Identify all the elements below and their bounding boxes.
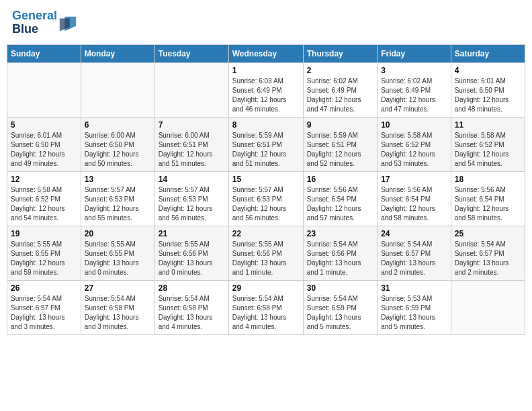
week-row-2: 5Sunrise: 6:01 AMSunset: 6:50 PMDaylight… (7, 117, 525, 171)
calendar-cell: 24Sunrise: 5:54 AMSunset: 6:57 PMDayligh… (378, 226, 451, 280)
day-info: Sunrise: 5:53 AMSunset: 6:59 PMDaylight:… (381, 294, 447, 332)
day-number: 20 (85, 229, 151, 238)
day-info: Sunrise: 5:57 AMSunset: 6:53 PMDaylight:… (85, 185, 151, 223)
week-row-4: 19Sunrise: 5:55 AMSunset: 6:55 PMDayligh… (7, 226, 525, 280)
calendar-cell: 3Sunrise: 6:02 AMSunset: 6:49 PMDaylight… (378, 62, 451, 117)
calendar-cell: 19Sunrise: 5:55 AMSunset: 6:55 PMDayligh… (7, 226, 81, 280)
calendar-cell: 6Sunrise: 6:00 AMSunset: 6:50 PMDaylight… (81, 117, 154, 171)
day-number: 25 (455, 229, 521, 238)
calendar-cell: 11Sunrise: 5:58 AMSunset: 6:52 PMDayligh… (451, 117, 525, 171)
logo-icon (58, 13, 77, 32)
day-info: Sunrise: 5:57 AMSunset: 6:53 PMDaylight:… (159, 185, 225, 223)
day-number: 3 (381, 66, 447, 75)
weekday-header-wednesday: Wednesday (228, 44, 303, 62)
calendar-cell: 30Sunrise: 5:54 AMSunset: 6:59 PMDayligh… (303, 280, 377, 334)
day-info: Sunrise: 5:58 AMSunset: 6:52 PMDaylight:… (381, 131, 447, 169)
calendar-cell: 8Sunrise: 5:59 AMSunset: 6:51 PMDaylight… (228, 117, 303, 171)
calendar-cell: 25Sunrise: 5:54 AMSunset: 6:57 PMDayligh… (451, 226, 525, 280)
weekday-header-sunday: Sunday (7, 44, 81, 62)
calendar-cell: 2Sunrise: 6:02 AMSunset: 6:49 PMDaylight… (303, 62, 377, 117)
calendar-cell: 4Sunrise: 6:01 AMSunset: 6:50 PMDaylight… (451, 62, 525, 117)
calendar-cell: 15Sunrise: 5:57 AMSunset: 6:53 PMDayligh… (228, 171, 303, 226)
day-info: Sunrise: 5:55 AMSunset: 6:56 PMDaylight:… (232, 240, 300, 277)
day-number: 15 (232, 175, 300, 184)
day-info: Sunrise: 5:59 AMSunset: 6:51 PMDaylight:… (232, 131, 300, 169)
day-number: 27 (85, 283, 151, 293)
calendar-cell: 7Sunrise: 6:00 AMSunset: 6:51 PMDaylight… (154, 117, 228, 171)
calendar-cell: 29Sunrise: 5:54 AMSunset: 6:58 PMDayligh… (228, 280, 303, 334)
day-number: 21 (159, 229, 225, 238)
calendar-cell (451, 280, 525, 334)
day-number: 31 (381, 283, 447, 293)
calendar-cell: 18Sunrise: 5:56 AMSunset: 6:54 PMDayligh… (451, 171, 525, 226)
calendar-cell: 9Sunrise: 5:59 AMSunset: 6:51 PMDaylight… (303, 117, 377, 171)
day-number: 17 (381, 175, 447, 184)
day-number: 13 (85, 175, 151, 184)
day-number: 28 (159, 283, 225, 293)
day-number: 14 (159, 175, 225, 184)
week-row-3: 12Sunrise: 5:58 AMSunset: 6:52 PMDayligh… (7, 171, 525, 226)
weekday-header-row: SundayMondayTuesdayWednesdayThursdayFrid… (7, 44, 525, 62)
day-info: Sunrise: 6:00 AMSunset: 6:51 PMDaylight:… (159, 131, 225, 169)
header: GeneralBlue (7, 7, 525, 39)
day-info: Sunrise: 5:54 AMSunset: 6:59 PMDaylight:… (307, 294, 373, 332)
day-info: Sunrise: 5:58 AMSunset: 6:52 PMDaylight:… (455, 131, 521, 169)
day-info: Sunrise: 5:54 AMSunset: 6:57 PMDaylight:… (11, 294, 77, 332)
day-number: 23 (307, 229, 373, 238)
day-info: Sunrise: 5:56 AMSunset: 6:54 PMDaylight:… (381, 185, 447, 223)
calendar-cell: 27Sunrise: 5:54 AMSunset: 6:58 PMDayligh… (81, 280, 154, 334)
day-info: Sunrise: 5:54 AMSunset: 6:57 PMDaylight:… (381, 240, 447, 277)
weekday-header-friday: Friday (378, 44, 451, 62)
calendar-cell: 26Sunrise: 5:54 AMSunset: 6:57 PMDayligh… (7, 280, 81, 334)
weekday-header-tuesday: Tuesday (154, 44, 228, 62)
day-number: 9 (307, 120, 373, 130)
day-info: Sunrise: 6:00 AMSunset: 6:50 PMDaylight:… (85, 131, 151, 169)
calendar-cell: 21Sunrise: 5:55 AMSunset: 6:56 PMDayligh… (154, 226, 228, 280)
calendar-cell: 22Sunrise: 5:55 AMSunset: 6:56 PMDayligh… (228, 226, 303, 280)
day-number: 30 (307, 283, 373, 293)
calendar-cell (81, 62, 154, 117)
calendar-cell: 31Sunrise: 5:53 AMSunset: 6:59 PMDayligh… (378, 280, 451, 334)
day-number: 5 (11, 120, 77, 130)
calendar-cell: 1Sunrise: 6:03 AMSunset: 6:49 PMDaylight… (228, 62, 303, 117)
day-info: Sunrise: 5:56 AMSunset: 6:54 PMDaylight:… (455, 185, 521, 223)
day-info: Sunrise: 6:03 AMSunset: 6:49 PMDaylight:… (232, 77, 300, 114)
day-info: Sunrise: 5:56 AMSunset: 6:54 PMDaylight:… (307, 185, 373, 223)
day-number: 26 (11, 283, 77, 293)
calendar-cell (7, 62, 81, 117)
calendar-cell (154, 62, 228, 117)
day-number: 12 (11, 175, 77, 184)
day-info: Sunrise: 5:57 AMSunset: 6:53 PMDaylight:… (232, 185, 300, 223)
calendar-cell: 12Sunrise: 5:58 AMSunset: 6:52 PMDayligh… (7, 171, 81, 226)
day-number: 24 (381, 229, 447, 238)
day-info: Sunrise: 5:54 AMSunset: 6:58 PMDaylight:… (232, 294, 300, 332)
day-number: 29 (232, 283, 300, 293)
day-info: Sunrise: 6:01 AMSunset: 6:50 PMDaylight:… (455, 77, 521, 114)
day-info: Sunrise: 6:02 AMSunset: 6:49 PMDaylight:… (307, 77, 373, 114)
day-info: Sunrise: 6:01 AMSunset: 6:50 PMDaylight:… (11, 131, 77, 169)
day-info: Sunrise: 6:02 AMSunset: 6:49 PMDaylight:… (381, 77, 447, 114)
calendar-cell: 28Sunrise: 5:54 AMSunset: 6:58 PMDayligh… (154, 280, 228, 334)
day-info: Sunrise: 5:55 AMSunset: 6:56 PMDaylight:… (159, 240, 225, 277)
day-info: Sunrise: 5:59 AMSunset: 6:51 PMDaylight:… (307, 131, 373, 169)
day-number: 1 (232, 66, 300, 75)
day-number: 8 (232, 120, 300, 130)
day-number: 19 (11, 229, 77, 238)
weekday-header-monday: Monday (81, 44, 154, 62)
weekday-header-thursday: Thursday (303, 44, 377, 62)
day-number: 10 (381, 120, 447, 130)
calendar-cell: 23Sunrise: 5:54 AMSunset: 6:56 PMDayligh… (303, 226, 377, 280)
day-info: Sunrise: 5:55 AMSunset: 6:55 PMDaylight:… (11, 240, 77, 277)
calendar-cell: 17Sunrise: 5:56 AMSunset: 6:54 PMDayligh… (378, 171, 451, 226)
calendar: SundayMondayTuesdayWednesdayThursdayFrid… (7, 44, 525, 335)
day-info: Sunrise: 5:54 AMSunset: 6:58 PMDaylight:… (159, 294, 225, 332)
day-info: Sunrise: 5:54 AMSunset: 6:58 PMDaylight:… (85, 294, 151, 332)
day-info: Sunrise: 5:55 AMSunset: 6:55 PMDaylight:… (85, 240, 151, 277)
calendar-cell: 20Sunrise: 5:55 AMSunset: 6:55 PMDayligh… (81, 226, 154, 280)
day-number: 16 (307, 175, 373, 184)
weekday-header-saturday: Saturday (451, 44, 525, 62)
day-number: 4 (455, 66, 521, 75)
day-number: 11 (455, 120, 521, 130)
week-row-5: 26Sunrise: 5:54 AMSunset: 6:57 PMDayligh… (7, 280, 525, 334)
calendar-cell: 16Sunrise: 5:56 AMSunset: 6:54 PMDayligh… (303, 171, 377, 226)
